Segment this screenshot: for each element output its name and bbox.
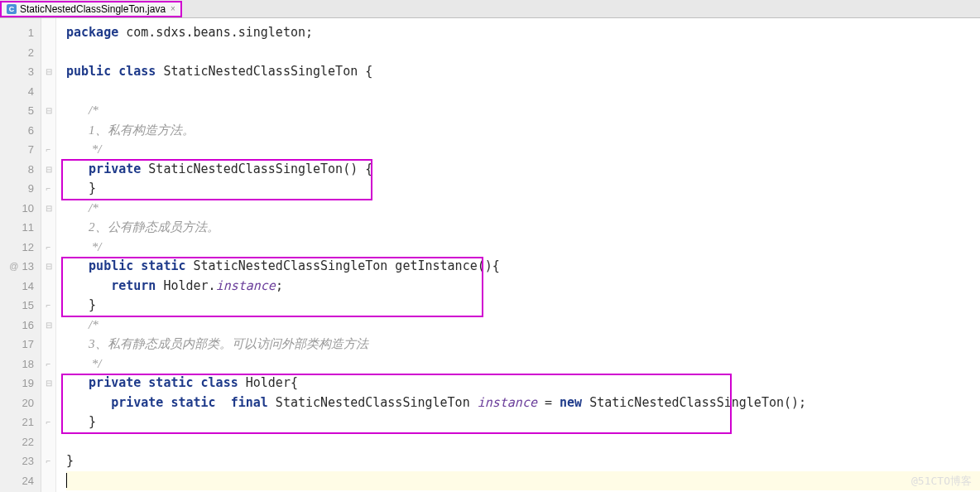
- java-class-icon: C: [7, 4, 17, 14]
- tab-bar: C StaticNestedClassSingleTon.java ×: [0, 0, 980, 18]
- code-editor[interactable]: package com.sdxs.beans.singleton; public…: [56, 18, 980, 492]
- editor-area: 1 2 3 4 5 6 7 8 9 10 11 12 @13 14 15 16 …: [0, 18, 980, 492]
- watermark: @51CTO博客: [911, 474, 972, 489]
- close-icon[interactable]: ×: [171, 4, 175, 13]
- tab-filename: StaticNestedClassSingleTon.java: [20, 3, 166, 15]
- caret: [66, 473, 67, 488]
- fold-column[interactable]: ⊟ ⊟⌐ ⊟⌐ ⊟⌐ ⊟⌐ ⊟⌐ ⊟⌐ ⌐: [41, 18, 56, 492]
- file-tab[interactable]: C StaticNestedClassSingleTon.java ×: [0, 1, 182, 17]
- override-icon[interactable]: @: [9, 257, 18, 277]
- line-number-gutter[interactable]: 1 2 3 4 5 6 7 8 9 10 11 12 @13 14 15 16 …: [0, 18, 41, 492]
